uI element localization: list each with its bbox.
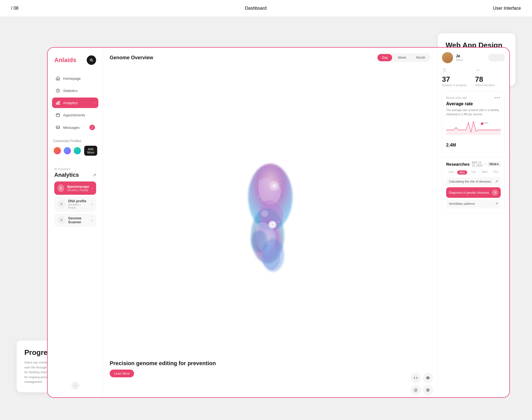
genome-header: Genome Overview Day Week Month (103, 48, 437, 66)
heartbeat-chart: Peak (446, 119, 501, 136)
svg-point-19 (257, 229, 259, 231)
avatar (63, 147, 71, 155)
genome-svg (232, 158, 309, 291)
sidebar-item-homepage[interactable]: Homepage (52, 73, 98, 84)
svg-point-26 (428, 390, 429, 390)
info-icon-button[interactable] (411, 385, 421, 395)
research-link-1-icon[interactable]: ↗ (492, 189, 498, 196)
code-icon-button[interactable] (411, 373, 421, 383)
genome-scanner-icon (58, 216, 65, 224)
time-tabs: Day Week Month (377, 53, 431, 62)
research-item-1: Diagnosis of genetic diseases ↗ (446, 187, 501, 198)
ai-item-dna[interactable]: DNA profile Genetics | Ready › (54, 196, 96, 212)
logo-area: Anlaids (52, 55, 98, 65)
ai-label: AI Powered (54, 167, 96, 171)
search-button[interactable] (87, 55, 96, 65)
date-prev-button[interactable]: ‹ (469, 162, 471, 166)
svg-point-28 (481, 122, 483, 125)
dna-name: DNA profile (68, 199, 89, 203)
messages-icon (55, 125, 60, 130)
center-panel: Genome Overview Day Week Month (103, 48, 437, 397)
svg-rect-4 (58, 102, 58, 104)
page-title: Dashboard (245, 6, 266, 11)
heartbeat-svg: Peak (446, 119, 501, 136)
avatar (53, 147, 61, 155)
date-next-button[interactable]: › (485, 162, 486, 166)
sidebar-item-analytics[interactable]: Analytics › (52, 98, 98, 108)
research-link-2-icon[interactable]: ↗ (495, 202, 498, 206)
ai-external-link-icon: ↗ (93, 173, 96, 177)
cal-day-tue: Tue (468, 170, 478, 175)
sidebar: Anlaids Homepage (48, 48, 103, 397)
svg-point-16 (280, 188, 282, 189)
icons-row-bottom (411, 385, 433, 395)
person-icon (442, 68, 472, 74)
sidebar-item-messages[interactable]: Messages 2 (52, 122, 98, 133)
analytics-arrow-icon: › (94, 101, 95, 104)
appointments-icon (55, 112, 60, 117)
sidebar-label-appointments: Appointments (63, 113, 85, 117)
blood-rate-value: 2.4 (446, 143, 452, 147)
ai-item-spectroscope[interactable]: Spectroscope Genetics | Ready › (54, 181, 96, 195)
research-item-0: Calculating the risk of diseases ↗ (446, 177, 501, 186)
stat-label-analysis: Analysis in progress (442, 84, 472, 87)
tab-month[interactable]: Month (412, 54, 430, 61)
tab-day[interactable]: Day (377, 54, 392, 61)
scanner-arrow-icon: › (92, 219, 93, 222)
messages-badge: 2 (89, 125, 95, 130)
ai-item-genome-scanner[interactable]: Genome Scanner › (54, 214, 96, 227)
trend-icon (475, 68, 505, 74)
cal-day-mon[interactable]: Mon (457, 170, 467, 175)
research-label-2: Hereditary patterns (449, 202, 475, 205)
precision-text: Precision genome editing for prevention … (110, 360, 216, 377)
logo: Anlaids (54, 57, 76, 64)
learn-more-button[interactable]: Learn More (110, 370, 134, 377)
svg-rect-6 (56, 114, 60, 117)
svg-point-12 (261, 210, 268, 217)
svg-point-25 (427, 390, 428, 390)
cal-day-wed: Wed (480, 170, 490, 175)
user-header: Je West (442, 52, 505, 63)
user-menu-button[interactable] (488, 54, 505, 62)
dashboard: Anlaids Homepage (47, 47, 510, 398)
blood-rate-unit: M (452, 143, 456, 147)
emoji-icon-button[interactable] (423, 385, 433, 395)
week-view-button[interactable]: Week ▾ (487, 162, 501, 167)
ai-section: AI Powered Analytics ↗ Spectroscope Gene… (52, 163, 98, 231)
user-name: Je (456, 54, 463, 58)
dna-icon (58, 200, 65, 208)
week-chevron-icon: ▾ (497, 163, 498, 166)
profiles-label: Connected Profiles (53, 139, 97, 143)
genome-headline: Precision genome editing for prevention (110, 360, 216, 367)
sidebar-item-appointments[interactable]: Appointments (52, 110, 98, 120)
tab-week[interactable]: Week (393, 54, 410, 61)
genome-visual: Precision genome editing for prevention … (103, 66, 437, 397)
sidebar-collapse-button[interactable]: › (71, 382, 79, 390)
scanner-name: Genome Scanner (68, 216, 89, 224)
blood-card-menu-icon[interactable]: ••• (494, 95, 501, 100)
svg-marker-30 (446, 121, 501, 135)
stats-icon (55, 88, 60, 93)
user-avatar (442, 52, 453, 63)
cube-icon-button[interactable] (423, 373, 433, 383)
sidebar-item-statistics[interactable]: Statistics (52, 85, 98, 96)
svg-line-1 (92, 61, 93, 62)
date-range: April 11-13, 2023 (472, 161, 484, 167)
blood-card-desc: The average rate of blood cells in a hel… (446, 108, 501, 116)
svg-point-15 (276, 179, 278, 181)
cal-day-thu: Thu (491, 170, 501, 175)
add-more-button[interactable]: Add More (84, 146, 97, 156)
connected-profiles: Connected Profiles Add More (52, 139, 98, 156)
research-link-0-icon[interactable]: ↗ (495, 180, 498, 183)
svg-rect-3 (56, 103, 57, 104)
user-sub: West (456, 58, 463, 62)
ai-title-text: Analytics (54, 172, 79, 178)
genome-title: Genome Overview (110, 55, 153, 61)
research-label-0: Calculating the risk of diseases (449, 180, 491, 183)
svg-rect-5 (59, 101, 60, 104)
stat-members: 78 Active members (475, 68, 505, 87)
stat-analysis: 37 Analysis in progress (442, 68, 472, 87)
blood-card-title: Average rate (446, 101, 501, 106)
blood-label: Blood cells rate (446, 96, 467, 99)
sidebar-label-analytics: Analytics (63, 101, 78, 105)
